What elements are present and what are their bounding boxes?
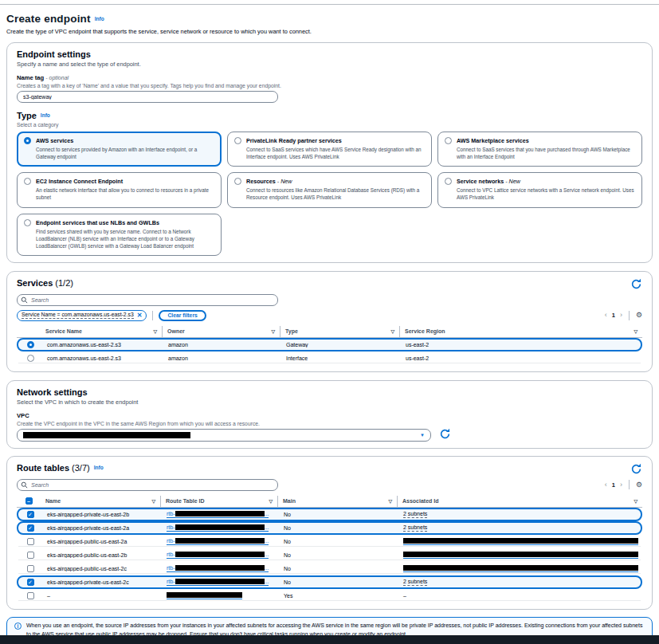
type-option-description: Connect to SaaS services which have AWS … xyxy=(246,146,425,160)
service-row-radio[interactable] xyxy=(27,341,34,348)
services-search-input[interactable] xyxy=(17,294,278,306)
column-header-service-region[interactable]: Service Region▽ xyxy=(399,326,642,337)
page-info-link[interactable]: Info xyxy=(95,16,104,22)
type-option-radio[interactable] xyxy=(24,137,31,144)
type-info-link[interactable]: Info xyxy=(41,112,50,118)
type-option-endpoint-services-that-use-nlbs-and-gwlbs[interactable]: Endpoint services that use NLBs and GWLB… xyxy=(17,214,222,256)
route-table-row[interactable]: eks-airgapped-public-us-east-2artb-...No xyxy=(17,535,642,548)
route-table-row[interactable]: eks-airgapped-public-us-east-2crtb-...No xyxy=(17,562,642,575)
service-name-filter-token[interactable]: Service Name = com.amazonaws.us-east-2.s… xyxy=(17,310,147,321)
select-all-checkbox[interactable]: – xyxy=(25,497,33,505)
route-table-id-link[interactable]: rtb-... xyxy=(167,579,269,586)
prev-page-icon[interactable]: ‹ xyxy=(605,481,607,489)
column-header-associated-id[interactable]: Associated Id▽ xyxy=(397,496,642,507)
route-table-row[interactable]: ✓eks-airgapped-private-us-east-2crtb-...… xyxy=(17,575,642,589)
sort-icon[interactable]: ▽ xyxy=(269,498,273,504)
type-option-service-networks[interactable]: Service networks - NewConnect to VPC Lat… xyxy=(437,172,642,207)
route-table-row[interactable]: ✓eks-airgapped-private-us-east-2brtb-...… xyxy=(17,508,642,521)
route-table-id-redacted xyxy=(175,524,265,530)
page-number[interactable]: 1 xyxy=(612,481,615,489)
services-search xyxy=(17,294,278,306)
route-table-row[interactable]: eks-airgapped-public-us-east-2brtb-...No xyxy=(17,548,642,562)
type-option-radio[interactable] xyxy=(24,178,31,185)
route-table-id-link[interactable]: rtb-... xyxy=(167,538,269,545)
route-name-cell: eks-airgapped-private-us-east-2a xyxy=(42,525,162,531)
associated-id-redacted-link[interactable] xyxy=(403,565,638,572)
info-icon: i xyxy=(14,622,22,630)
type-option-radio[interactable] xyxy=(445,137,452,144)
route-table-id-link[interactable]: rtb-... xyxy=(167,552,269,559)
associated-id-link[interactable]: 2 subnets xyxy=(403,579,427,586)
route-row-checkbox[interactable]: ✓ xyxy=(27,579,34,586)
next-page-icon[interactable]: › xyxy=(620,312,622,319)
column-header-label: Name xyxy=(45,498,61,504)
associated-id-cell xyxy=(398,565,641,572)
column-header-label: Service Name xyxy=(45,328,82,334)
sort-icon[interactable]: ▽ xyxy=(388,498,392,504)
sort-icon[interactable]: ▽ xyxy=(151,498,155,504)
service-row[interactable]: com.amazonaws.us-east-2.s3amazonInterfac… xyxy=(17,351,642,365)
sort-icon[interactable]: ▽ xyxy=(634,498,637,504)
remove-filter-icon[interactable]: ✕ xyxy=(137,312,143,319)
associated-id-link[interactable]: 2 subnets xyxy=(403,511,427,518)
route-row-checkbox[interactable] xyxy=(27,565,34,572)
route-row-checkbox[interactable] xyxy=(27,538,34,545)
column-header-type[interactable]: Type▽ xyxy=(280,326,399,337)
route-table-id-link[interactable]: rtb-... xyxy=(167,511,269,518)
route-row-checkbox[interactable] xyxy=(27,552,34,559)
services-refresh-icon[interactable] xyxy=(630,278,642,290)
type-option-radio[interactable] xyxy=(445,178,452,185)
sort-icon[interactable]: ▽ xyxy=(271,328,275,334)
route-table-id-ellipsis: ... xyxy=(265,511,269,516)
sort-icon[interactable]: ▽ xyxy=(390,328,394,334)
next-page-icon[interactable]: › xyxy=(620,481,622,489)
route-table-row[interactable]: –Yes– xyxy=(17,589,642,603)
route-tables-info-link[interactable]: Info xyxy=(94,465,104,470)
associated-id-cell: – xyxy=(398,593,641,599)
type-option-radio[interactable] xyxy=(234,137,241,144)
column-header-name[interactable]: Name▽ xyxy=(41,496,160,507)
service-row-radio[interactable] xyxy=(27,355,34,362)
route-tables-settings-gear-icon[interactable]: ⚙ xyxy=(636,481,642,489)
services-pagination: ‹ 1 › ⚙ xyxy=(605,311,642,320)
type-option-ec2-instance-connect-endpoint[interactable]: EC2 Instance Connect EndpointAn elastic … xyxy=(17,172,222,207)
route-tables-refresh-icon[interactable] xyxy=(630,463,642,475)
vpc-label: VPC xyxy=(17,412,642,419)
type-option-aws-services[interactable]: AWS servicesConnect to services provided… xyxy=(17,132,222,167)
clear-filters-button[interactable]: Clear filters xyxy=(159,310,206,321)
sort-icon[interactable]: ▽ xyxy=(153,328,157,334)
type-option-privatelink-ready-partner-services[interactable]: PrivateLink Ready partner servicesConnec… xyxy=(227,132,432,167)
route-table-id-link[interactable] xyxy=(167,592,242,599)
type-cell: Gateway xyxy=(281,342,401,348)
route-table-id-link[interactable]: rtb-... xyxy=(167,524,269,532)
associated-id-link[interactable]: 2 subnets xyxy=(403,524,427,532)
sort-icon[interactable]: ▽ xyxy=(634,328,637,334)
associated-id-redacted-link[interactable] xyxy=(403,538,638,545)
route-table-id-ellipsis: ... xyxy=(265,524,269,530)
service-row[interactable]: com.amazonaws.us-east-2.s3amazonGatewayu… xyxy=(17,338,642,351)
type-option-radio[interactable] xyxy=(234,178,241,185)
column-header-label: Service Region xyxy=(405,328,445,334)
prev-page-icon[interactable]: ‹ xyxy=(605,312,607,319)
page-number[interactable]: 1 xyxy=(612,312,615,319)
route-tables-search-input[interactable] xyxy=(17,479,278,491)
route-table-id-link[interactable]: rtb-... xyxy=(167,565,269,572)
column-header-route-table-id[interactable]: Route Table ID▽ xyxy=(160,496,277,507)
route-table-id-redacted xyxy=(175,538,265,544)
vpc-select[interactable]: ▼ xyxy=(17,429,431,442)
route-row-checkbox[interactable]: ✓ xyxy=(27,524,34,532)
vpc-refresh-icon[interactable] xyxy=(439,428,451,440)
type-option-aws-marketplace-services[interactable]: AWS Marketplace servicesConnect to SaaS … xyxy=(437,132,642,167)
type-option-resources[interactable]: Resources - NewConnect to resources like… xyxy=(227,172,432,207)
column-header-service-name[interactable]: Service Name▽ xyxy=(41,326,162,337)
route-row-checkbox[interactable]: ✓ xyxy=(27,511,34,518)
name-tag-input[interactable] xyxy=(17,91,278,103)
type-option-radio[interactable] xyxy=(24,219,31,226)
column-header-main[interactable]: Main▽ xyxy=(277,496,397,507)
vpc-value-redacted xyxy=(23,432,190,438)
associated-id-redacted-link[interactable] xyxy=(403,552,638,559)
route-row-checkbox[interactable] xyxy=(27,592,34,599)
column-header-owner[interactable]: Owner▽ xyxy=(162,326,280,337)
route-table-row[interactable]: ✓eks-airgapped-private-us-east-2artb-...… xyxy=(17,521,642,535)
services-settings-gear-icon[interactable]: ⚙ xyxy=(636,312,642,319)
